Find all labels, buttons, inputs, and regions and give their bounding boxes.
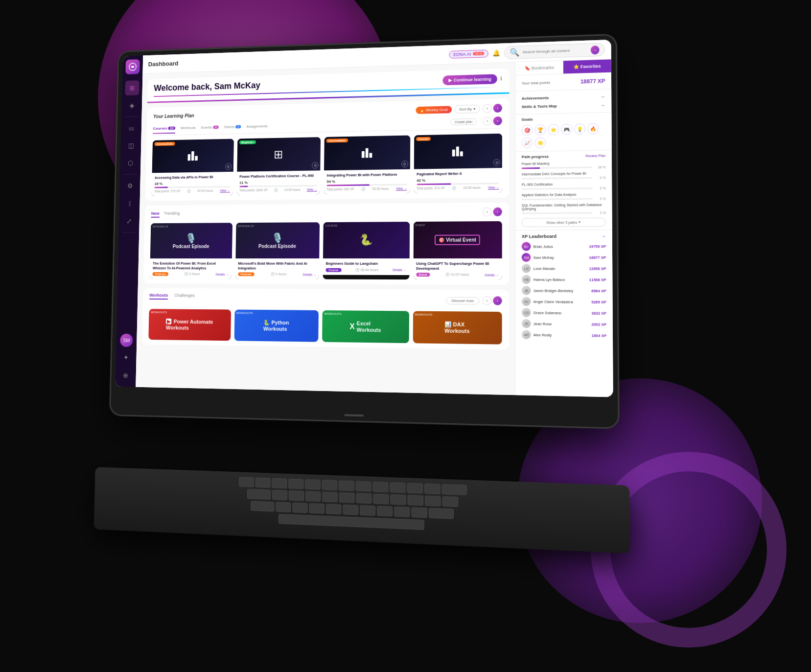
key[interactable] bbox=[394, 507, 410, 517]
bell-icon[interactable]: 🔔 bbox=[492, 49, 500, 57]
skills-tools-arrow[interactable]: → bbox=[600, 102, 605, 108]
view-link[interactable]: View → bbox=[488, 186, 499, 189]
key[interactable] bbox=[360, 505, 375, 516]
tab-favorites[interactable]: ⭐ Favorites bbox=[563, 59, 611, 73]
tab-prev-button[interactable]: ‹ bbox=[483, 116, 491, 125]
key[interactable] bbox=[377, 506, 393, 517]
content-card[interactable]: EPISODE 01 🎙️ Podcast Episode The Evolut… bbox=[150, 223, 232, 279]
goal-icon-fire[interactable]: 🔥 bbox=[587, 123, 599, 135]
tab-workouts-main[interactable]: Workouts bbox=[149, 293, 168, 300]
view-link[interactable]: View → bbox=[396, 187, 407, 190]
content-card[interactable]: COURSE 🐍 Beginners Guide to Langchain bbox=[323, 222, 409, 280]
sidebar-avatar[interactable]: SM bbox=[120, 334, 133, 347]
details-link[interactable]: Details → bbox=[485, 273, 499, 277]
key[interactable] bbox=[272, 478, 287, 488]
info-icon[interactable]: ℹ bbox=[500, 75, 502, 82]
details-link[interactable]: Details → bbox=[393, 268, 406, 272]
course-card[interactable]: Course ⚙ bbox=[414, 134, 502, 193]
key[interactable] bbox=[305, 479, 321, 489]
key[interactable] bbox=[356, 481, 371, 492]
tab-courses[interactable]: Courses 10 bbox=[153, 126, 175, 131]
tab-new[interactable]: New bbox=[151, 211, 160, 218]
search-submit-button[interactable]: → bbox=[591, 45, 599, 54]
workout-prev-button[interactable]: ‹ bbox=[483, 296, 491, 305]
key-enter[interactable] bbox=[429, 508, 454, 519]
key[interactable] bbox=[272, 490, 287, 500]
sidebar-item-path[interactable]: ⤢ bbox=[122, 213, 137, 229]
goal-icon-sparkle[interactable]: 🌟 bbox=[534, 137, 546, 148]
sidebar-item-bookmark[interactable]: ⬡ bbox=[123, 156, 138, 171]
goal-icon-trophy[interactable]: 🏆 bbox=[534, 124, 546, 136]
view-link[interactable]: View → bbox=[220, 189, 230, 192]
content-prev-button[interactable]: ‹ bbox=[483, 208, 491, 216]
details-link[interactable]: Details → bbox=[303, 273, 316, 276]
user-badge[interactable]: EDNA.AI NEW bbox=[449, 49, 488, 58]
workout-card[interactable]: WORKOUTS 📊 DAXWorkouts bbox=[413, 311, 502, 345]
key[interactable] bbox=[305, 491, 321, 501]
key[interactable] bbox=[390, 482, 406, 493]
key[interactable] bbox=[339, 492, 354, 503]
key[interactable] bbox=[407, 495, 423, 506]
course-card[interactable]: Intermediate ⚙ bbox=[324, 135, 410, 194]
key[interactable] bbox=[276, 502, 291, 512]
search-input[interactable] bbox=[523, 48, 588, 54]
content-card[interactable]: EVENT 🎯 Virtual Event bbox=[413, 221, 502, 280]
goal-icon-bulb[interactable]: 💡 bbox=[574, 123, 585, 135]
sidebar-item-settings[interactable]: ⚙ bbox=[123, 178, 138, 193]
key[interactable] bbox=[356, 493, 371, 504]
tab-events[interactable]: Events 4 bbox=[201, 125, 219, 129]
prev-button[interactable]: ‹ bbox=[483, 104, 491, 113]
key[interactable] bbox=[339, 481, 354, 491]
tab-bookmarks[interactable]: 🔖 Bookmarks bbox=[515, 61, 563, 75]
review-plan-link[interactable]: Review Plan bbox=[585, 154, 605, 158]
goal-icon-chart[interactable]: 📈 bbox=[522, 138, 533, 149]
course-card[interactable]: Intermediate ⚙ bbox=[152, 139, 234, 196]
tab-workouts[interactable]: Workouts bbox=[181, 125, 196, 130]
sidebar-item-chart[interactable]: ⟟ bbox=[122, 196, 137, 211]
key[interactable] bbox=[255, 478, 271, 488]
sidebar-item-calendar[interactable]: ◫ bbox=[124, 138, 139, 153]
key[interactable] bbox=[239, 477, 254, 487]
next-button[interactable]: › bbox=[493, 104, 502, 113]
content-card[interactable]: EPISODE 02 🎙️ Podcast Episode Microsoft'… bbox=[235, 222, 320, 279]
goal-icon-game[interactable]: 🎮 bbox=[561, 124, 572, 135]
key[interactable] bbox=[407, 483, 423, 494]
discover-more-button[interactable]: Discover more bbox=[446, 297, 479, 304]
content-next-button[interactable]: › bbox=[493, 207, 502, 216]
key[interactable] bbox=[322, 492, 338, 503]
workout-card[interactable]: WORKOUTS X ExcelWorkouts bbox=[322, 310, 409, 343]
goal-icon-target[interactable]: 🎯 bbox=[522, 124, 533, 136]
tab-trending[interactable]: Trending bbox=[164, 211, 180, 218]
leaderboard-arrow[interactable]: → bbox=[601, 233, 606, 238]
view-link[interactable]: View → bbox=[307, 188, 317, 191]
key[interactable] bbox=[390, 494, 406, 505]
workout-card[interactable]: WORKOUTS ▶ Power AutomateWorkouts bbox=[148, 309, 231, 341]
tab-next-button[interactable]: › bbox=[493, 116, 502, 125]
sidebar-item-extra2[interactable]: ⊕ bbox=[118, 368, 133, 383]
sort-by-button[interactable]: Sort By ▾ bbox=[455, 104, 480, 113]
tab-shorts[interactable]: Shorts 1 bbox=[224, 124, 241, 129]
key[interactable] bbox=[292, 503, 307, 513]
achievements-arrow[interactable]: → bbox=[600, 93, 605, 99]
key[interactable] bbox=[442, 496, 458, 507]
goal-icon-star[interactable]: ⭐ bbox=[548, 124, 559, 135]
course-card[interactable]: Beginner ⊞ ⚙ Power Platform Certificatio… bbox=[236, 137, 321, 195]
key[interactable] bbox=[373, 494, 389, 505]
key[interactable] bbox=[288, 490, 303, 501]
key[interactable] bbox=[442, 484, 467, 495]
sidebar-item-courses[interactable]: ◈ bbox=[125, 98, 139, 113]
continue-learning-button[interactable]: ▶ Continue learning bbox=[442, 74, 497, 85]
sidebar-item-extra1[interactable]: ✦ bbox=[119, 349, 134, 365]
key-tab[interactable] bbox=[247, 489, 270, 500]
key[interactable] bbox=[309, 503, 324, 514]
weekly-goal-button[interactable]: 🔥 Weekly Goal bbox=[416, 106, 452, 114]
sidebar-item-analytics[interactable]: ⚏ bbox=[124, 120, 139, 136]
show-paths-button[interactable]: Show other 5 paths ▾ bbox=[522, 217, 606, 227]
key[interactable] bbox=[425, 496, 441, 507]
create-plan-button[interactable]: Create plan bbox=[450, 118, 477, 125]
key[interactable] bbox=[343, 505, 358, 515]
key[interactable] bbox=[373, 482, 389, 492]
workout-card[interactable]: WORKOUTS 🐍 PythonWorkouts bbox=[234, 310, 319, 342]
sidebar-item-home[interactable]: ⊞ bbox=[125, 80, 139, 95]
key-caps[interactable] bbox=[251, 501, 275, 511]
